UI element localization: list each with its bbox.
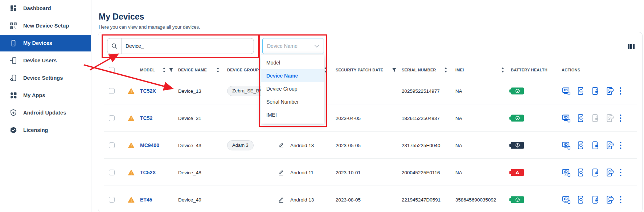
action-lock-device-icon[interactable] bbox=[591, 114, 600, 122]
sidebar-item-my-apps[interactable]: My Apps bbox=[0, 87, 91, 104]
qr-code-icon bbox=[10, 22, 17, 29]
sidebar-item-licensing[interactable]: Licensing bbox=[0, 122, 91, 138]
device-group-chip: Zebra_SE_BN bbox=[227, 86, 265, 96]
battery-health-badge bbox=[511, 87, 524, 94]
sidebar-item-android-updates[interactable]: Android Updates bbox=[0, 104, 91, 121]
sidebar-item-label: Android Updates bbox=[23, 110, 66, 116]
device-management-app: Dashboard New Device Setup My Devices De… bbox=[0, 0, 644, 212]
smartphone-icon bbox=[10, 40, 17, 47]
device-name-cell: Device_49 bbox=[178, 197, 201, 202]
model-link[interactable]: MC9400 bbox=[140, 142, 159, 148]
imei-cell: NA bbox=[455, 88, 462, 93]
device-name-cell: Device_31 bbox=[178, 115, 201, 121]
device-settings-icon bbox=[10, 74, 17, 82]
action-reboot-device-icon[interactable] bbox=[577, 195, 585, 204]
os-version-cell: Android 13 bbox=[290, 197, 314, 202]
search-input[interactable] bbox=[122, 43, 254, 49]
search-icon bbox=[107, 38, 122, 54]
action-reboot-device-icon[interactable] bbox=[577, 168, 585, 177]
menu-option-device-group[interactable]: Device Group bbox=[261, 82, 324, 95]
action-reboot-device-icon[interactable] bbox=[577, 87, 585, 95]
action-send-message-icon[interactable] bbox=[605, 141, 614, 150]
action-more-options-icon[interactable] bbox=[619, 141, 622, 150]
model-link[interactable]: TC52X bbox=[140, 170, 156, 175]
sidebar-item-label: Device Users bbox=[23, 58, 57, 63]
toolbar-divider bbox=[621, 53, 640, 53]
search-field-selected: Device Name bbox=[267, 43, 314, 49]
search-field-dropdown[interactable]: Device Name bbox=[262, 38, 324, 54]
battery-health-badge bbox=[511, 196, 524, 203]
sidebar-item-new-device-setup[interactable]: New Device Setup bbox=[0, 17, 91, 34]
device-search bbox=[107, 38, 254, 54]
table-row: ET45Device_49Android 132023-08-052219452… bbox=[104, 186, 637, 212]
serial-number-cell: 18261522504937 bbox=[402, 115, 440, 121]
search-field-menu: Model Device Name Device Group Serial Nu… bbox=[261, 55, 324, 124]
sidebar-item-label: Licensing bbox=[23, 127, 48, 133]
device-name-cell: Device_13 bbox=[178, 88, 201, 93]
action-send-message-icon[interactable] bbox=[605, 195, 614, 204]
action-lock-device-icon[interactable] bbox=[591, 195, 600, 204]
edit-device-group-icon[interactable] bbox=[278, 169, 284, 175]
table-row: TC52XDevice_48Android 112023-10-01200045… bbox=[104, 158, 637, 186]
warning-icon bbox=[128, 196, 135, 203]
serial-number-cell: 20259522514977 bbox=[402, 88, 440, 93]
action-lock-device-icon[interactable] bbox=[591, 87, 600, 95]
security-patch-cell: 2023-08-05 bbox=[336, 197, 361, 202]
sidebar-item-my-devices[interactable]: My Devices bbox=[0, 35, 91, 51]
row-checkbox[interactable] bbox=[109, 88, 115, 94]
imei-cell: NA bbox=[455, 142, 462, 148]
license-badge-icon bbox=[10, 126, 17, 134]
action-remote-access-icon[interactable] bbox=[562, 141, 571, 150]
action-reboot-device-icon[interactable] bbox=[577, 114, 585, 122]
device-group-chip: Adam 3 bbox=[227, 140, 254, 150]
action-remote-access-icon[interactable] bbox=[562, 168, 571, 177]
column-picker-icon[interactable] bbox=[628, 44, 635, 49]
sidebar-item-label: Dashboard bbox=[23, 5, 51, 11]
row-checkbox[interactable] bbox=[109, 197, 115, 203]
action-send-message-icon[interactable] bbox=[605, 87, 614, 95]
security-patch-cell: 2023-05-05 bbox=[336, 142, 361, 148]
action-reboot-device-icon[interactable] bbox=[577, 141, 585, 150]
action-lock-device-icon[interactable] bbox=[591, 141, 600, 150]
warning-icon bbox=[128, 169, 135, 175]
row-checkbox[interactable] bbox=[109, 170, 115, 175]
action-lock-device-icon[interactable] bbox=[591, 168, 600, 177]
table-row: TC52Device_312023-04-0518261522504937NA bbox=[104, 104, 637, 132]
sidebar-item-device-settings[interactable]: Device Settings bbox=[0, 70, 91, 86]
device-user-icon bbox=[10, 57, 17, 64]
sidebar-item-label: Device Settings bbox=[23, 75, 63, 81]
imei-cell: NA bbox=[455, 115, 462, 121]
model-link[interactable]: TC52X bbox=[140, 88, 156, 94]
model-link[interactable]: TC52 bbox=[140, 115, 152, 121]
table-row: TC52XDevice_13Zebra_SE_BN20259522514977N… bbox=[104, 77, 637, 104]
sidebar-item-device-users[interactable]: Device Users bbox=[0, 52, 91, 69]
warning-icon bbox=[128, 142, 135, 148]
action-remote-access-icon[interactable] bbox=[562, 87, 571, 95]
action-more-options-icon[interactable] bbox=[619, 114, 622, 122]
serial-number-cell: 231755225E0040 bbox=[402, 142, 440, 148]
action-more-options-icon[interactable] bbox=[619, 168, 622, 177]
row-checkbox[interactable] bbox=[109, 142, 115, 148]
menu-option-device-name[interactable]: Device Name bbox=[261, 69, 324, 82]
action-remote-access-icon[interactable] bbox=[562, 114, 571, 122]
battery-health-badge bbox=[511, 115, 524, 121]
menu-option-model[interactable]: Model bbox=[261, 56, 324, 69]
battery-health-badge bbox=[511, 142, 524, 149]
action-remote-access-icon[interactable] bbox=[562, 195, 571, 204]
menu-option-serial-number[interactable]: Serial Number bbox=[261, 95, 324, 108]
edit-device-group-icon[interactable] bbox=[278, 142, 284, 148]
row-checkbox[interactable] bbox=[109, 115, 115, 121]
action-send-message-icon[interactable] bbox=[605, 168, 614, 177]
os-version-cell: Android 11 bbox=[290, 170, 313, 175]
sidebar: Dashboard New Device Setup My Devices De… bbox=[0, 0, 91, 212]
menu-option-imei[interactable]: IMEI bbox=[261, 108, 324, 121]
sidebar-item-label: My Apps bbox=[23, 92, 45, 98]
action-more-options-icon[interactable] bbox=[619, 87, 622, 95]
sidebar-item-dashboard[interactable]: Dashboard bbox=[0, 0, 91, 17]
model-link[interactable]: ET45 bbox=[140, 197, 152, 203]
action-more-options-icon[interactable] bbox=[619, 195, 622, 204]
dashboard-icon bbox=[10, 5, 17, 12]
edit-device-group-icon[interactable] bbox=[278, 196, 284, 203]
serial-number-cell: 200045225E0116 bbox=[402, 170, 440, 175]
action-send-message-icon[interactable] bbox=[605, 114, 614, 122]
